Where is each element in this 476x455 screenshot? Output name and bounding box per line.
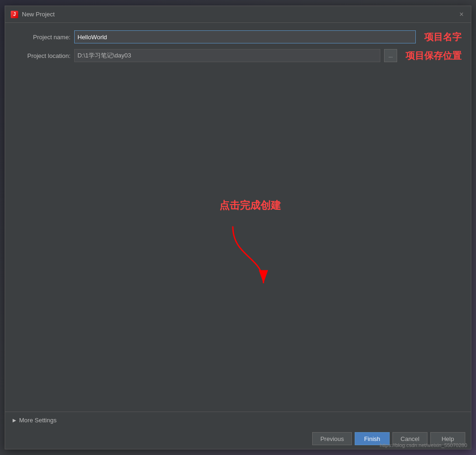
more-settings-label: More Settings — [19, 417, 56, 424]
arrow-annotation: 点击完成创建 — [219, 199, 281, 292]
project-name-annotation: 项目名字 — [424, 31, 462, 43]
arrow-icon — [222, 222, 278, 292]
close-button[interactable]: × — [458, 11, 465, 18]
app-icon: J — [11, 11, 18, 18]
more-settings-arrow-icon: ▶ — [13, 418, 16, 423]
browse-button[interactable]: ... — [384, 49, 397, 62]
project-name-label: Project name: — [14, 34, 70, 41]
project-location-input[interactable] — [74, 49, 380, 62]
more-settings-row[interactable]: ▶ More Settings — [5, 412, 471, 428]
content-area: Project name: 项目名字 Project location: ...… — [5, 23, 471, 412]
title-bar: J New Project × — [5, 6, 471, 23]
main-body: 点击完成创建 — [14, 68, 462, 404]
project-location-label: Project location: — [14, 52, 70, 59]
project-name-row: Project name: 项目名字 — [14, 30, 462, 43]
project-location-row: Project location: ... 项目保存位置 — [14, 49, 462, 62]
project-location-annotation: 项目保存位置 — [406, 50, 462, 62]
project-name-input[interactable] — [74, 30, 416, 43]
previous-button[interactable]: Previous — [312, 432, 352, 445]
new-project-dialog: J New Project × Project name: 项目名字 Proje… — [5, 6, 471, 449]
arrow-label: 点击完成创建 — [219, 199, 281, 213]
watermark: https://blog.csdn.net/weixin_55070280 — [380, 442, 467, 448]
title-bar-left: J New Project — [11, 11, 55, 18]
dialog-title: New Project — [22, 11, 55, 18]
